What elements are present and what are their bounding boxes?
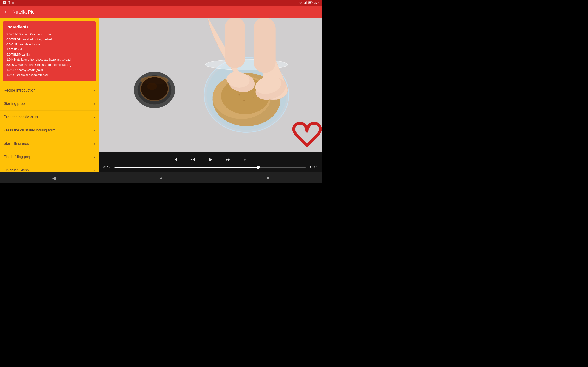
chevron-right-icon: › bbox=[94, 141, 95, 146]
step-label: Recipe Introduction bbox=[4, 88, 35, 92]
step-item-recipe-intro[interactable]: Recipe Introduction › bbox=[0, 84, 99, 97]
nav-bar: ◀ ● ■ bbox=[0, 173, 321, 184]
svg-rect-10 bbox=[309, 2, 311, 4]
nav-back-button[interactable]: ◀ bbox=[52, 175, 56, 181]
chevron-right-icon: › bbox=[94, 155, 95, 159]
left-panel: Ingredients 2.0 CUP Graham Cracker crumb… bbox=[0, 18, 99, 173]
step-item-press-crust[interactable]: Press the crust into baking form. › bbox=[0, 124, 99, 137]
chevron-right-icon: › bbox=[94, 168, 95, 173]
ingredient-item: 500.0 G Mascarpone Cheese(room temperatu… bbox=[6, 62, 92, 67]
step-label: Starting prep bbox=[4, 102, 25, 106]
step-item-finishing-steps[interactable]: Finishing Steps › bbox=[0, 164, 99, 173]
ingredients-list: 2.0 CUP Graham Cracker crumbs6.0 TBLSP u… bbox=[6, 32, 92, 77]
svg-point-24 bbox=[249, 92, 250, 93]
svg-rect-7 bbox=[306, 1, 307, 4]
video-area bbox=[99, 18, 321, 152]
right-panel: 00:12 00:16 bbox=[99, 18, 321, 173]
ingredient-item: 1.5 TSP salt bbox=[6, 47, 92, 52]
svg-rect-4 bbox=[304, 3, 304, 4]
ingredient-item: 6.0 TBLSP unsalted butter, melted bbox=[6, 37, 92, 42]
main-content: Ingredients 2.0 CUP Graham Cracker crumb… bbox=[0, 18, 321, 173]
app-bar: ← Nutella Pie bbox=[0, 6, 321, 18]
svg-rect-37 bbox=[254, 18, 276, 73]
control-buttons bbox=[103, 156, 317, 164]
fast-forward-button[interactable] bbox=[224, 156, 232, 164]
notification-dot bbox=[12, 2, 14, 4]
current-time: 00:12 bbox=[103, 166, 112, 169]
app-title: Nutella Pie bbox=[12, 9, 35, 15]
ingredient-item: 0.5 CUP granulated sugar bbox=[6, 42, 92, 47]
signal-icon bbox=[304, 1, 307, 4]
status-bar-left: A bbox=[3, 1, 14, 4]
play-button[interactable] bbox=[206, 156, 214, 164]
step-item-cookie-crust[interactable]: Prep the cookie crust. › bbox=[0, 110, 99, 124]
progress-fill bbox=[114, 167, 258, 168]
svg-point-26 bbox=[253, 97, 254, 98]
video-scene bbox=[99, 18, 321, 152]
nav-recents-button[interactable]: ■ bbox=[267, 175, 269, 181]
progress-row: 00:12 00:16 bbox=[103, 166, 317, 169]
chevron-right-icon: › bbox=[94, 88, 95, 93]
svg-point-25 bbox=[243, 100, 245, 101]
ingredient-item: 5.0 TBLSP vanilla bbox=[6, 52, 92, 57]
ingredient-item: 1.0 K Nutella or other chocolate-hazelnu… bbox=[6, 57, 92, 62]
ingredient-item: 2.0 CUP Graham Cracker crumbs bbox=[6, 32, 92, 37]
rewind-button[interactable] bbox=[189, 156, 197, 164]
progress-bar[interactable] bbox=[114, 167, 306, 168]
ingredients-title: Ingredients bbox=[6, 25, 92, 30]
ingredient-item: 1.0 CUP heavy cream(cold) bbox=[6, 67, 92, 73]
chevron-right-icon: › bbox=[94, 128, 95, 133]
status-bar-right: 7:27 bbox=[299, 1, 319, 4]
step-label: Finish filling prep bbox=[4, 155, 31, 159]
progress-thumb bbox=[257, 166, 260, 169]
skip-start-button[interactable] bbox=[171, 156, 179, 164]
nav-home-button[interactable]: ● bbox=[160, 175, 162, 181]
file-icon bbox=[7, 1, 10, 4]
svg-rect-9 bbox=[312, 2, 312, 3]
skip-end-button[interactable] bbox=[241, 156, 249, 164]
step-label: Prep the cookie crust. bbox=[4, 115, 39, 119]
steps-list: Recipe Introduction › Starting prep › Pr… bbox=[0, 84, 99, 173]
svg-rect-6 bbox=[305, 2, 306, 4]
status-bar: A 7:27 bbox=[0, 0, 321, 6]
svg-point-23 bbox=[238, 94, 240, 95]
step-item-starting-prep[interactable]: Starting prep › bbox=[0, 97, 99, 110]
video-controls: 00:12 00:16 bbox=[99, 152, 321, 173]
step-label: Press the crust into baking form. bbox=[4, 128, 56, 132]
svg-rect-38 bbox=[225, 18, 245, 68]
svg-rect-5 bbox=[304, 3, 305, 4]
battery-icon bbox=[309, 1, 313, 4]
chevron-right-icon: › bbox=[94, 115, 95, 119]
svg-point-17 bbox=[147, 83, 157, 90]
total-time: 00:16 bbox=[308, 166, 317, 169]
back-button[interactable]: ← bbox=[4, 9, 9, 15]
time-display: 7:27 bbox=[314, 1, 319, 4]
steps-container: Recipe Introduction › Starting prep › Pr… bbox=[0, 84, 99, 173]
app-icon-a: A bbox=[3, 1, 6, 4]
step-item-start-filling[interactable]: Start filling prep › bbox=[0, 137, 99, 150]
step-item-finish-filling[interactable]: Finish filling prep › bbox=[0, 150, 99, 164]
ingredients-card: Ingredients 2.0 CUP Graham Cracker crumb… bbox=[3, 21, 96, 81]
step-label: Finishing Steps bbox=[4, 168, 29, 172]
wifi-icon bbox=[299, 1, 303, 4]
ingredient-item: 4.0 OZ cream cheese(softened) bbox=[6, 73, 92, 77]
step-label: Start filling prep bbox=[4, 142, 29, 146]
chevron-right-icon: › bbox=[94, 101, 95, 106]
